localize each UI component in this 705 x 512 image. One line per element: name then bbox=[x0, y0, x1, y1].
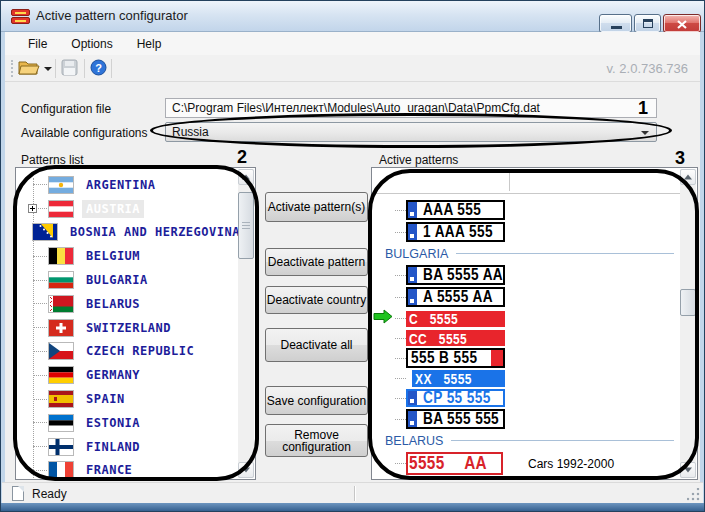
tree-connector bbox=[395, 275, 406, 276]
country-row-argentina[interactable]: ARGENTINA bbox=[16, 173, 238, 197]
pattern-row[interactable]: 555 B 555 bbox=[373, 348, 680, 368]
deactivate-all-button[interactable]: Deactivate all bbox=[265, 328, 368, 362]
license-plate-pattern[interactable]: 555 B 555 bbox=[406, 348, 505, 368]
country-row-france[interactable]: FRANCE bbox=[16, 459, 238, 480]
tree-connector bbox=[33, 375, 49, 376]
pattern-row[interactable]: C 5555 bbox=[373, 309, 680, 328]
country-row-belgium[interactable]: BELGIUM bbox=[16, 244, 238, 268]
country-name: CZECH REPUBLIC bbox=[82, 342, 198, 360]
pattern-row[interactable]: CC 5555 bbox=[373, 330, 680, 346]
pattern-row[interactable]: 5555 AACars 1992-2000 bbox=[373, 452, 680, 475]
active-patterns-list[interactable]: AAA 5551 AAA 555BULGARIABA 5555 AAA 5555… bbox=[371, 167, 698, 480]
group-country-name: BELARUS bbox=[385, 434, 443, 448]
license-plate-pattern[interactable]: 1 AAA 555 bbox=[406, 222, 505, 242]
scrollbar-thumb[interactable] bbox=[680, 289, 696, 316]
save-configuration-button[interactable]: Save configuration bbox=[265, 386, 368, 415]
scroll-up-button[interactable] bbox=[238, 169, 254, 185]
scrollbar-thumb[interactable] bbox=[238, 192, 254, 259]
help-button[interactable]: ? bbox=[90, 59, 107, 80]
plate-text: AAA 555 bbox=[423, 200, 481, 220]
pattern-description: Cars 1992-2000 bbox=[528, 457, 614, 471]
euro-strip-icon bbox=[408, 267, 417, 283]
country-row-estonia[interactable]: ESTONIA bbox=[16, 411, 238, 435]
license-plate-pattern[interactable]: BA 5555 AA bbox=[406, 265, 505, 285]
license-plate-pattern[interactable]: XX 5555 bbox=[412, 370, 505, 387]
pattern-row[interactable]: XX 5555 bbox=[373, 370, 680, 387]
tree-connector bbox=[33, 446, 49, 447]
save-button[interactable] bbox=[61, 59, 78, 80]
country-name: GERMANY bbox=[82, 366, 144, 384]
pattern-row[interactable]: BA 555 555 bbox=[373, 409, 680, 429]
expand-plus-icon[interactable] bbox=[28, 204, 37, 213]
plate-text: A 5555 AA bbox=[423, 287, 493, 307]
country-row-austria[interactable]: AUSTRIA bbox=[16, 197, 238, 221]
country-row-bosnia[interactable]: BOSNIA AND HERZEGOVINA bbox=[16, 221, 238, 245]
tree-connector bbox=[33, 303, 49, 304]
resize-grip[interactable] bbox=[687, 488, 700, 501]
title-bar[interactable]: Active pattern configurator bbox=[1, 1, 704, 32]
license-plate-pattern[interactable]: CC 5555 bbox=[406, 330, 505, 346]
toolbar-separator bbox=[84, 59, 85, 78]
country-row-bulgaria[interactable]: BULGARIA bbox=[16, 268, 238, 292]
belarus-flag-icon bbox=[49, 296, 73, 312]
arrow-up-icon bbox=[684, 175, 692, 180]
close-icon bbox=[677, 15, 687, 33]
country-name: BELARUS bbox=[82, 295, 144, 313]
green-arrow-icon bbox=[373, 309, 395, 328]
license-plate-pattern[interactable]: C 5555 bbox=[406, 311, 505, 327]
remove-configuration-button[interactable]: Remove configuration bbox=[265, 424, 368, 457]
license-plate-pattern[interactable]: AA 5555 bbox=[406, 477, 503, 479]
scroll-down-button[interactable] bbox=[680, 462, 696, 478]
tree-connector bbox=[33, 184, 49, 185]
open-configuration-button[interactable] bbox=[18, 58, 40, 80]
activate-patterns-button[interactable]: Activate pattern(s) bbox=[265, 192, 368, 222]
menu-file[interactable]: File bbox=[18, 34, 57, 54]
pattern-row[interactable]: CP 55 555 bbox=[373, 389, 680, 407]
license-plate-pattern[interactable]: AAA 555 bbox=[406, 200, 505, 220]
country-name: AUSTRIA bbox=[82, 200, 144, 218]
arrow-up-icon bbox=[242, 175, 250, 180]
patterns-list[interactable]: ARGENTINAAUSTRIABOSNIA AND HERZEGOVINABE… bbox=[15, 167, 256, 480]
document-icon bbox=[12, 486, 24, 501]
country-row-belarus[interactable]: BELARUS bbox=[16, 292, 238, 316]
patterns-list-scrollbar[interactable] bbox=[238, 169, 254, 478]
country-row-czech[interactable]: CZECH REPUBLIC bbox=[16, 340, 238, 364]
czech-flag-icon bbox=[49, 343, 73, 359]
switzerland-flag-icon bbox=[49, 320, 73, 336]
toolbar-separator bbox=[55, 59, 56, 78]
menu-options[interactable]: Options bbox=[61, 34, 122, 54]
country-row-switzerland[interactable]: SWITZERLAND bbox=[16, 316, 238, 340]
maximize-button[interactable] bbox=[634, 14, 661, 33]
tree-connector bbox=[33, 470, 49, 471]
license-plate-pattern[interactable]: BA 555 555 bbox=[406, 409, 505, 429]
minimize-button[interactable] bbox=[599, 14, 632, 33]
tree-connector bbox=[395, 338, 406, 339]
license-plate-pattern[interactable]: A 5555 AA bbox=[406, 287, 505, 307]
close-button[interactable] bbox=[663, 14, 701, 33]
open-dropdown-caret-icon[interactable] bbox=[44, 67, 52, 71]
active-patterns-scrollbar[interactable] bbox=[680, 169, 696, 478]
license-plate-pattern[interactable]: CP 55 555 bbox=[406, 389, 505, 407]
license-plate-pattern[interactable]: 5555 AA bbox=[406, 452, 503, 475]
tree-connector bbox=[33, 280, 49, 281]
country-row-spain[interactable]: SPAIN bbox=[16, 387, 238, 411]
country-row-finland[interactable]: FINLAND bbox=[16, 435, 238, 459]
pattern-row[interactable]: BA 5555 AA bbox=[373, 265, 680, 285]
pattern-row[interactable]: A 5555 AA bbox=[373, 287, 680, 307]
available-configurations-combobox[interactable]: Russia bbox=[165, 122, 657, 142]
deactivate-country-button[interactable]: Deactivate country bbox=[265, 286, 368, 314]
window-border-bottom bbox=[1, 503, 704, 511]
scroll-up-button[interactable] bbox=[680, 169, 696, 185]
window-border-left bbox=[1, 32, 5, 503]
deactivate-pattern-button[interactable]: Deactivate pattern bbox=[265, 248, 368, 276]
pattern-row[interactable]: AAA 555 bbox=[373, 200, 680, 220]
configuration-file-field[interactable]: C:\Program Files\Интеллект\Modules\Auto_… bbox=[165, 98, 657, 118]
patterns-list-label: Patterns list bbox=[21, 153, 84, 167]
menu-help[interactable]: Help bbox=[127, 34, 172, 54]
country-row-germany[interactable]: GERMANY bbox=[16, 363, 238, 387]
pattern-row[interactable]: AA 5555Trucks and buses 19 bbox=[373, 477, 680, 479]
country-name: FRANCE bbox=[82, 461, 136, 479]
pattern-row[interactable]: 1 AAA 555 bbox=[373, 222, 680, 242]
scroll-down-button[interactable] bbox=[238, 462, 254, 478]
combobox-dropdown-icon[interactable] bbox=[641, 131, 649, 135]
